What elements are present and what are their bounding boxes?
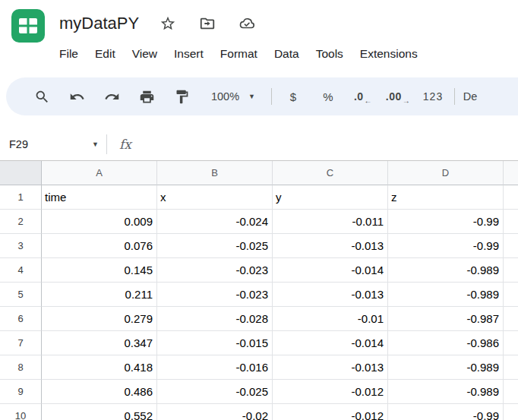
row-header-10[interactable]: 10 [0, 404, 42, 420]
cell-A7[interactable]: 0.347 [42, 331, 157, 355]
cell-B9[interactable]: -0.025 [157, 380, 273, 404]
menu-file[interactable]: File [51, 43, 87, 65]
cell-C3[interactable]: -0.013 [273, 234, 388, 258]
cell-E3[interactable] [504, 234, 518, 258]
cell-D7[interactable]: -0.986 [388, 331, 504, 355]
cell-D6[interactable]: -0.987 [388, 307, 504, 331]
column-header-C[interactable]: C [273, 161, 388, 185]
cell-D4[interactable]: -0.989 [388, 258, 504, 283]
menu-extensions[interactable]: Extensions [352, 43, 426, 65]
increase-decimal-button[interactable]: .00→ [381, 83, 415, 110]
cell-C4[interactable]: -0.014 [273, 258, 388, 283]
decrease-decimal-button[interactable]: .0← [346, 83, 381, 110]
cell-E8[interactable] [504, 355, 518, 380]
chevron-down-icon: ▼ [248, 93, 255, 100]
cell-D3[interactable]: -0.99 [388, 234, 504, 258]
sheet-row-9: 90.486-0.025-0.012-0.989 [0, 380, 518, 404]
cell-A8[interactable]: 0.418 [42, 355, 157, 380]
undo-icon[interactable] [59, 83, 94, 110]
currency-format-button[interactable]: $ [276, 83, 311, 110]
font-selector[interactable]: De [459, 83, 482, 110]
menu-insert[interactable]: Insert [166, 43, 212, 65]
cell-B5[interactable]: -0.023 [157, 283, 273, 307]
row-header-6[interactable]: 6 [0, 307, 42, 331]
cell-E5[interactable] [504, 283, 518, 307]
cell-D10[interactable]: -0.99 [388, 404, 504, 420]
cell-A5[interactable]: 0.211 [42, 283, 157, 307]
redo-icon[interactable] [94, 83, 129, 110]
row-header-9[interactable]: 9 [0, 380, 42, 404]
menu-data[interactable]: Data [266, 43, 308, 65]
number-format-button[interactable]: 123 [415, 83, 450, 110]
cell-E9[interactable] [504, 380, 518, 404]
cell-C8[interactable]: -0.013 [273, 355, 388, 380]
cell-A10[interactable]: 0.552 [42, 404, 157, 420]
cell-C10[interactable]: -0.012 [273, 404, 388, 420]
cell-E10[interactable] [504, 404, 518, 420]
cell-C7[interactable]: -0.014 [273, 331, 388, 355]
cell-E4[interactable] [504, 258, 518, 283]
cell-B7[interactable]: -0.015 [157, 331, 273, 355]
cell-D9[interactable]: -0.989 [388, 380, 504, 404]
cell-A6[interactable]: 0.279 [42, 307, 157, 331]
column-header-E[interactable]: E [504, 161, 518, 185]
cell-D5[interactable]: -0.989 [388, 283, 504, 307]
column-header-B[interactable]: B [157, 161, 273, 185]
cell-B1[interactable]: x [157, 185, 273, 210]
document-title[interactable]: myDataPY [59, 14, 139, 33]
print-icon[interactable] [129, 83, 164, 110]
cell-E7[interactable] [504, 331, 518, 355]
cell-B10[interactable]: -0.02 [157, 404, 273, 420]
cell-B8[interactable]: -0.016 [157, 355, 273, 380]
menu-tools[interactable]: Tools [308, 43, 352, 65]
toolbar: 100% ▼ $ % .0← .00→ 123 De [6, 77, 518, 115]
name-box[interactable]: F29 ▼ [0, 128, 106, 160]
cell-C6[interactable]: -0.01 [273, 307, 388, 331]
cell-E2[interactable] [504, 210, 518, 234]
row-header-7[interactable]: 7 [0, 331, 42, 355]
spreadsheet-grid: ABCDE 1timexyz20.009-0.024-0.011-0.9930.… [0, 161, 518, 420]
cell-E6[interactable] [504, 307, 518, 331]
cell-B4[interactable]: -0.023 [157, 258, 273, 283]
paint-format-icon[interactable] [164, 83, 199, 110]
star-icon[interactable] [159, 14, 177, 33]
cell-B2[interactable]: -0.024 [157, 210, 273, 234]
menu-edit[interactable]: Edit [87, 43, 124, 65]
sheets-logo-icon[interactable] [11, 8, 46, 43]
cell-C2[interactable]: -0.011 [273, 210, 388, 234]
row-header-5[interactable]: 5 [0, 283, 42, 307]
cell-A2[interactable]: 0.009 [42, 210, 157, 234]
cell-A9[interactable]: 0.486 [42, 380, 157, 404]
cell-A3[interactable]: 0.076 [42, 234, 157, 258]
cell-D2[interactable]: -0.99 [388, 210, 504, 234]
row-header-4[interactable]: 4 [0, 258, 42, 283]
column-header-A[interactable]: A [42, 161, 157, 185]
menu-format[interactable]: Format [212, 43, 266, 65]
zoom-selector[interactable]: 100% ▼ [199, 83, 267, 110]
search-icon[interactable] [24, 83, 59, 110]
cell-C1[interactable]: y [273, 185, 388, 210]
row-header-8[interactable]: 8 [0, 355, 42, 380]
cell-B3[interactable]: -0.025 [157, 234, 273, 258]
row-header-2[interactable]: 2 [0, 210, 42, 234]
cell-B6[interactable]: -0.028 [157, 307, 273, 331]
cloud-saved-icon[interactable] [238, 14, 256, 33]
cell-C9[interactable]: -0.012 [273, 380, 388, 404]
cell-E1[interactable] [504, 185, 518, 210]
cell-D8[interactable]: -0.989 [388, 355, 504, 380]
cell-D1[interactable]: z [388, 185, 504, 210]
sheet-row-1: 1timexyz [0, 185, 518, 210]
menu-view[interactable]: View [124, 43, 166, 65]
move-folder-icon[interactable] [198, 14, 216, 33]
row-header-3[interactable]: 3 [0, 234, 42, 258]
row-header-1[interactable]: 1 [0, 185, 42, 210]
cell-C5[interactable]: -0.013 [273, 283, 388, 307]
app-header: myDataPY File Edit View Insert Format Da… [0, 0, 518, 67]
cell-A4[interactable]: 0.145 [42, 258, 157, 283]
sheet-body: 1timexyz20.009-0.024-0.011-0.9930.076-0.… [0, 185, 518, 420]
cell-A1[interactable]: time [42, 185, 157, 210]
select-all-corner[interactable] [0, 161, 42, 185]
zoom-value: 100% [211, 90, 239, 103]
percent-format-button[interactable]: % [311, 83, 346, 110]
column-header-D[interactable]: D [388, 161, 504, 185]
